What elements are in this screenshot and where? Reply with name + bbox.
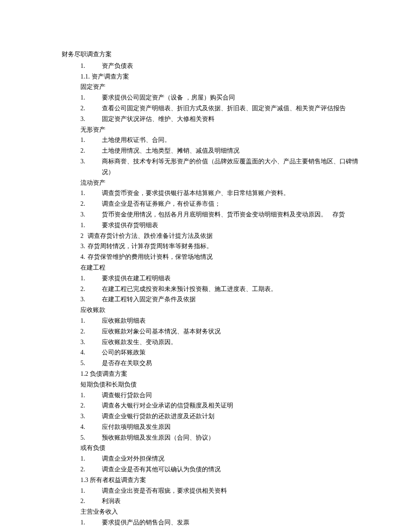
item-number: 1. — [80, 316, 102, 326]
item-text: 土地使用情况、土地类型、摊销、减值及明细情况 — [102, 145, 411, 156]
item-number: 1. — [80, 135, 102, 145]
item-number: 2. — [80, 326, 102, 337]
item-number: 1. — [80, 517, 102, 528]
inline-heading-inventory: 存货 — [332, 211, 345, 218]
item-number: 1. — [80, 92, 102, 103]
item-number: 3. — [80, 114, 102, 125]
item-text: 调查各大银行对企业承诺的信贷额度及相关证明 — [102, 400, 411, 411]
item-number: 3. — [80, 209, 102, 220]
item-number: 3. — [80, 156, 102, 178]
item-text: 调查企业银行贷款的还款进度及还款计划 — [102, 411, 411, 422]
item-number: 2 — [80, 231, 88, 241]
item-text: 调查存货计价方法、跌价准备计提方法及依据 — [88, 231, 411, 241]
heading-receivables: 应收账款 — [62, 305, 411, 316]
item-number: 1. — [80, 453, 102, 464]
item-text: 调查货币资金，要求提供银行基本结算账户、非日常结算账户资料。 — [102, 188, 411, 199]
list-item: 3. 应收账款发生、变动原因。 — [62, 337, 411, 348]
document-title: 财务尽职调查方案 — [62, 49, 411, 60]
list-item: 2 调查存货计价方法、跌价准备计提方法及依据 — [62, 231, 411, 241]
item-number: 2. — [80, 284, 102, 295]
list-item: 5. 预收账款明细及发生原因（合同、协议） — [62, 432, 411, 443]
item-number: 3. — [80, 294, 102, 305]
item-text: 是否存在关联交易 — [102, 358, 411, 369]
item-number: 2. — [80, 103, 102, 114]
list-item: 2. 在建工程已完成投资和未来预计投资额、施工进度表、工期表。 — [62, 284, 411, 295]
list-item: 4. 应付款项明细及发生原因 — [62, 422, 411, 432]
item-number: 5. — [80, 432, 102, 443]
item-number: 4. — [80, 347, 102, 358]
item-text: 在建工程转入固定资产条件及依据 — [102, 294, 411, 305]
item-text: 固定资产状况评估、维护、大修相关资料 — [102, 114, 411, 125]
item-number: 2. — [80, 400, 102, 411]
item-number: 2. — [80, 496, 102, 507]
item-text: 应收账款发生、变动原因。 — [102, 337, 411, 348]
heading-construction: 在建工程 — [62, 262, 411, 273]
item-number: 1. — [80, 220, 102, 231]
list-item: 2. 调查企业是否有证券账户，有价证券市值； — [62, 199, 411, 209]
heading-intangible-assets: 无形资产 — [62, 125, 411, 135]
list-item: 3. 调查企业银行贷款的还款进度及还款计划 — [62, 411, 411, 422]
list-item: 2. 利润表 — [62, 496, 411, 507]
list-item: 3. 货币资金使用情况，包括各月月底明细资料、货币资金变动明细资料及变动原因。 … — [62, 209, 411, 220]
item-number: 2. — [80, 145, 102, 156]
item-number: 1. — [80, 273, 102, 284]
item-number: 1. — [80, 390, 102, 401]
list-item: 2. 应收账款对象公司基本情况、基本财务状况 — [62, 326, 411, 337]
item-text: 调查企业对外担保情况 — [102, 453, 411, 464]
item-text: 调查企业出资是否有瑕疵，要求提供相关资料 — [102, 486, 411, 496]
item-text: 利润表 — [102, 496, 411, 507]
list-item: 1. 应收账款明细表 — [62, 316, 411, 326]
item-number: 3. — [80, 241, 88, 252]
item-text: 应收账款明细表 — [102, 316, 411, 326]
item-text: 存货周转情况，计算存货周转率等财务指标。 — [88, 241, 411, 252]
item-number: 1. — [80, 486, 102, 496]
item-text: 应付款项明细及发生原因 — [102, 422, 411, 432]
list-item: 1. 要求提供在建工程明细表 — [62, 273, 411, 284]
item-text: 要求提供公司固定资产（设备 ，房屋）购买合同 — [102, 92, 411, 103]
list-item: 1. 调查银行贷款合同 — [62, 390, 411, 401]
item-text: 应收账款对象公司基本情况、基本财务状况 — [102, 326, 411, 337]
item-number: 2. — [80, 199, 102, 209]
section-label: 资产负债表 — [102, 61, 411, 71]
section-1-2: 1.2 负债调查方案 — [62, 369, 411, 379]
section-1: 1. 资产负债表 — [62, 61, 411, 71]
list-item: 4. 公司的坏账政策 — [62, 347, 411, 358]
item-number: 3. — [80, 411, 102, 422]
item-number: 4. — [80, 422, 102, 432]
item-text: 调查企业是否有证券账户，有价证券市值； — [102, 199, 411, 209]
heading-contingent: 或有负债 — [62, 443, 411, 453]
item-text: 要求提供产品的销售合同、发票 — [102, 517, 411, 528]
item-text: 存货保管维护的费用统计资料，保管场地情况 — [88, 252, 411, 262]
item-text: 土地使用权证书、合同。 — [102, 135, 411, 145]
heading-current-assets: 流动资产 — [62, 178, 411, 188]
list-item: 3. 商标商誉、技术专利等无形资产的价值（品牌效应覆盖面的大小、产品主要销售地区… — [62, 156, 411, 178]
item-text: 预收账款明细及发生原因（合同、协议） — [102, 432, 411, 443]
list-item: 2. 查看公司固定资产明细表、折旧方式及依据、折旧表、固定资产减值、相关资产评估… — [62, 103, 411, 114]
item-text: 要求提供存货明细表 — [102, 220, 411, 231]
list-item: 5. 是否存在关联交易 — [62, 358, 411, 369]
heading-revenue: 主营业务收入 — [62, 507, 411, 517]
section-number: 1. — [80, 61, 102, 71]
list-item: 1. 要求提供产品的销售合同、发票 — [62, 517, 411, 528]
item-number: 4. — [80, 252, 88, 262]
list-item: 1. 调查企业对外担保情况 — [62, 453, 411, 464]
item-number: 3. — [80, 337, 102, 348]
section-1-1: 1.1. 资产调查方案 — [62, 71, 411, 82]
list-item: 1. 土地使用权证书、合同。 — [62, 135, 411, 145]
list-item: 2. 调查各大银行对企业承诺的信贷额度及相关证明 — [62, 400, 411, 411]
item-text: 商标商誉、技术专利等无形资产的价值（品牌效应覆盖面的大小、产品主要销售地区、口碑… — [102, 156, 411, 178]
list-item: 1. 调查企业出资是否有瑕疵，要求提供相关资料 — [62, 486, 411, 496]
list-item: 2. 土地使用情况、土地类型、摊销、减值及明细情况 — [62, 145, 411, 156]
list-item: 2. 调查企业是否有其他可以确认为负债的情况 — [62, 464, 411, 475]
item-number: 5. — [80, 358, 102, 369]
heading-debt: 短期负债和长期负债 — [62, 379, 411, 390]
list-item: 1. 调查货币资金，要求提供银行基本结算账户、非日常结算账户资料。 — [62, 188, 411, 199]
item-text: 调查企业是否有其他可以确认为负债的情况 — [102, 464, 411, 475]
item-text: 公司的坏账政策 — [102, 347, 411, 358]
item-text: 货币资金使用情况，包括各月月底明细资料、货币资金变动明细资料及变动原因。 存货 — [102, 209, 411, 220]
list-item: 4. 存货保管维护的费用统计资料，保管场地情况 — [62, 252, 411, 262]
heading-fixed-assets: 固定资产 — [62, 82, 411, 92]
item-text: 要求提供在建工程明细表 — [102, 273, 411, 284]
list-item: 1. 要求提供存货明细表 — [62, 220, 411, 231]
item-number: 2. — [80, 464, 102, 475]
